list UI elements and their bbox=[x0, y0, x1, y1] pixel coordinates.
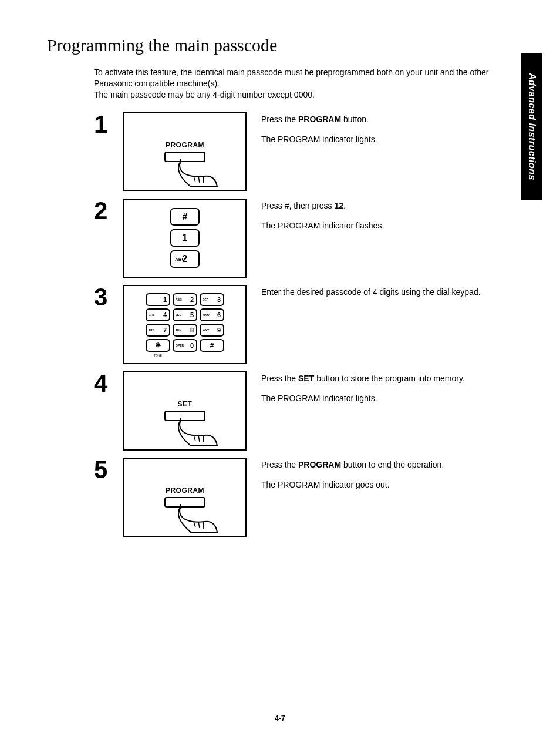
intro-line-1: To activate this feature, the identical … bbox=[94, 68, 488, 88]
step-2-diagram: # 1 ABC 2 bbox=[123, 199, 247, 278]
hand-icon bbox=[176, 504, 220, 539]
key-sublabel: DEF bbox=[203, 298, 208, 301]
key-hash: # bbox=[200, 339, 224, 352]
one-key-icon: 1 bbox=[170, 229, 200, 247]
step-5-text: Press the PROGRAM button to end the oper… bbox=[261, 458, 525, 489]
key-sublabel: ABC bbox=[176, 298, 182, 301]
step-number: 1 bbox=[94, 112, 123, 137]
step-2: 2 # 1 ABC 2 Press #, then press 12. The … bbox=[94, 199, 525, 278]
program-button-icon bbox=[164, 152, 205, 162]
text: The PROGRAM indicator flashes. bbox=[261, 221, 525, 230]
key-sublabel: MNO bbox=[203, 313, 210, 317]
key-label: 7 bbox=[163, 327, 167, 334]
key-2: ABC2 bbox=[173, 293, 197, 306]
text-bold: 12 bbox=[335, 201, 344, 210]
text: Press the bbox=[261, 115, 298, 124]
key-label: 5 bbox=[190, 311, 194, 318]
text: The PROGRAM indicator goes out. bbox=[261, 480, 525, 489]
text: Press #, then press bbox=[261, 201, 335, 210]
key-3: DEF3 bbox=[200, 293, 224, 306]
text: button to store the program into memory. bbox=[314, 374, 465, 383]
set-button-label: SET bbox=[178, 400, 193, 408]
step-5-diagram: PROGRAM bbox=[123, 458, 247, 537]
key-label: 2 bbox=[190, 296, 194, 303]
step-number: 2 bbox=[94, 199, 123, 223]
key-sublabel: GHI bbox=[149, 313, 154, 317]
step-4-text: Press the SET button to store the progra… bbox=[261, 371, 525, 403]
section-tab: Advanced Instructions bbox=[521, 53, 542, 200]
step-4: 4 SET Press the SET button to store the … bbox=[94, 371, 525, 451]
page-number: 4-7 bbox=[0, 714, 560, 723]
step-number: 4 bbox=[94, 371, 123, 396]
key-label: 0 bbox=[190, 342, 194, 349]
key-label: 8 bbox=[190, 327, 194, 334]
key-8: TUV8 bbox=[173, 324, 197, 337]
step-5: 5 PROGRAM Press the PROGRAM button to en… bbox=[94, 458, 525, 537]
key-1: 1 bbox=[146, 293, 170, 306]
step-2-text: Press #, then press 12. The PROGRAM indi… bbox=[261, 199, 525, 230]
step-3: 3 1 ABC2 DEF3 GHI4 JKL5 MNO6 PRS7 bbox=[94, 285, 525, 364]
text: Press the bbox=[261, 460, 298, 469]
intro-line-2: The main passcode may be any 4-digit num… bbox=[94, 90, 315, 99]
key-sublabel: OPER bbox=[176, 344, 184, 347]
tone-label: TONE bbox=[154, 354, 162, 357]
manual-page: Programming the main passcode To activat… bbox=[0, 0, 560, 746]
key-label: 1 bbox=[183, 233, 188, 243]
key-5: JKL5 bbox=[173, 308, 197, 321]
key-star: ✱ bbox=[146, 339, 170, 352]
program-button-label: PROGRAM bbox=[166, 486, 204, 495]
text: The PROGRAM indicator lights. bbox=[261, 394, 525, 403]
key-4: GHI4 bbox=[146, 308, 170, 321]
section-tab-label: Advanced Instructions bbox=[527, 73, 537, 180]
key-7: PRS7 bbox=[146, 324, 170, 337]
set-button-icon bbox=[164, 411, 205, 421]
key-sublabel: WXY bbox=[203, 328, 209, 332]
keypad-icon: 1 ABC2 DEF3 GHI4 JKL5 MNO6 PRS7 TUV8 WXY… bbox=[144, 292, 225, 357]
key-label: 4 bbox=[163, 311, 167, 318]
text: . bbox=[343, 201, 346, 210]
hand-icon bbox=[176, 418, 220, 452]
key-label: ✱ bbox=[156, 341, 161, 349]
two-key-icon: ABC 2 bbox=[170, 250, 200, 268]
key-sublabel: TUV bbox=[176, 328, 181, 332]
key-sublabel: JKL bbox=[176, 313, 181, 317]
key-label: # bbox=[183, 211, 188, 222]
hash-key-icon: # bbox=[170, 208, 200, 226]
program-button-label: PROGRAM bbox=[166, 141, 204, 149]
text-bold: SET bbox=[298, 374, 314, 383]
step-1-text: Press the PROGRAM button. The PROGRAM in… bbox=[261, 112, 525, 144]
step-3-diagram: 1 ABC2 DEF3 GHI4 JKL5 MNO6 PRS7 TUV8 WXY… bbox=[123, 285, 247, 364]
step-number: 5 bbox=[94, 458, 123, 482]
step-4-diagram: SET bbox=[123, 371, 247, 451]
key-0: OPER0 bbox=[173, 339, 197, 352]
text: button. bbox=[341, 115, 369, 124]
text: button to end the operation. bbox=[341, 460, 444, 469]
key-label: # bbox=[210, 342, 214, 349]
steps-list: 1 PROGRAM Press the PROGRAM button. The bbox=[94, 112, 525, 537]
step-3-text: Enter the desired passcode of 4 digits u… bbox=[261, 285, 525, 297]
step-1-diagram: PROGRAM bbox=[123, 112, 247, 191]
text-bold: PROGRAM bbox=[298, 115, 341, 124]
key-9: WXY9 bbox=[200, 324, 224, 337]
key-label: 3 bbox=[217, 296, 221, 303]
key-sublabel: ABC bbox=[175, 257, 185, 262]
step-1: 1 PROGRAM Press the PROGRAM button. The bbox=[94, 112, 525, 191]
key-sublabel: PRS bbox=[149, 328, 154, 332]
key-label: 1 bbox=[163, 296, 167, 303]
text: The PROGRAM indicator lights. bbox=[261, 135, 525, 144]
text: Press the bbox=[261, 374, 298, 383]
hand-icon bbox=[176, 159, 220, 193]
text: Enter the desired passcode of 4 digits u… bbox=[261, 287, 525, 297]
key-label: 6 bbox=[217, 311, 221, 318]
key-label: 9 bbox=[217, 327, 221, 334]
key-6: MNO6 bbox=[200, 308, 224, 321]
step-number: 3 bbox=[94, 285, 123, 310]
page-title: Programming the main passcode bbox=[47, 35, 525, 55]
intro-text: To activate this feature, the identical … bbox=[94, 67, 505, 100]
text-bold: PROGRAM bbox=[298, 460, 341, 469]
program-button-icon bbox=[164, 497, 205, 508]
